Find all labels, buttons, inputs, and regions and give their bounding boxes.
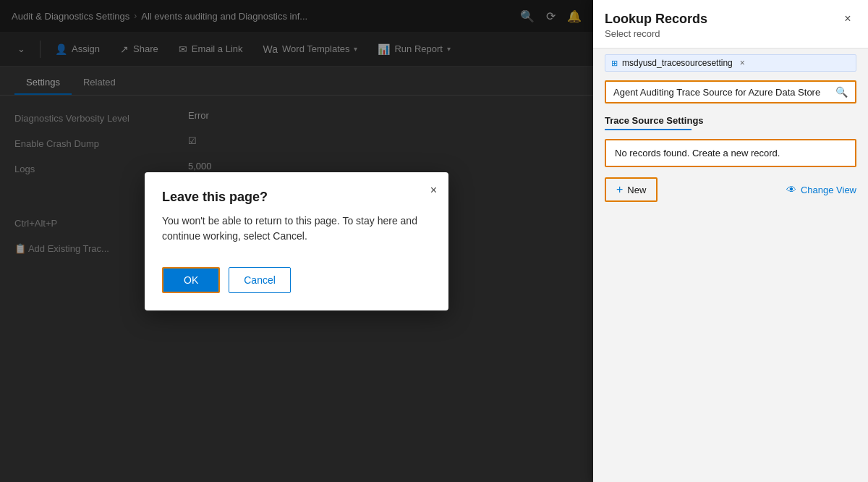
modal-title: Leave this page? [162, 190, 431, 205]
eye-icon: 👁 [786, 184, 796, 195]
section-header: Trace Source Settings [593, 109, 868, 129]
modal-close-button[interactable]: × [430, 184, 437, 197]
search-input[interactable] [613, 87, 830, 98]
lookup-close-button[interactable]: × [839, 10, 856, 28]
modal-footer: OK Cancel [162, 267, 431, 293]
new-button-row: + New 👁 Change View [593, 170, 868, 209]
plus-icon: + [616, 183, 623, 196]
no-records-message: No records found. Create a new record. [615, 148, 780, 158]
no-records-box: No records found. Create a new record. [605, 139, 856, 167]
new-button[interactable]: + New [605, 177, 658, 202]
ok-button[interactable]: OK [162, 267, 220, 293]
change-view-button[interactable]: 👁 Change View [786, 184, 856, 195]
new-button-label: New [627, 185, 646, 195]
lookup-header: Lookup Records Select record × [593, 0, 868, 48]
lookup-panel: Lookup Records Select record × ⊞ msdyusd… [593, 0, 868, 482]
section-underline [605, 129, 692, 130]
search-box: 🔍 [605, 80, 856, 103]
tag-text: msdyusd_tracesourcesetting [622, 58, 733, 68]
modal-dialog: Leave this page? × You won't be able to … [145, 172, 448, 310]
tag-entity-icon: ⊞ [611, 59, 618, 68]
selected-tag: ⊞ msdyusd_tracesourcesetting × [605, 54, 856, 72]
cancel-button[interactable]: Cancel [229, 267, 291, 293]
modal-body: You won't be able to return to this page… [162, 213, 431, 244]
search-icon[interactable]: 🔍 [835, 86, 848, 98]
lookup-title: Lookup Records [605, 12, 856, 27]
lookup-subtitle: Select record [605, 28, 856, 39]
search-container: 🔍 [593, 77, 868, 109]
modal-overlay: Leave this page? × You won't be able to … [0, 0, 593, 482]
change-view-label: Change View [801, 185, 856, 195]
tag-close-button[interactable]: × [740, 58, 745, 68]
